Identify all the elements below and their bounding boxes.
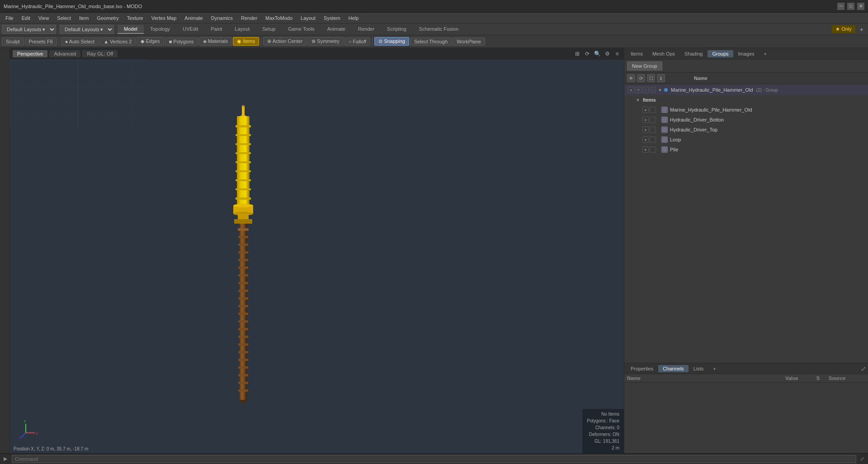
polygons-button[interactable]: ■ Polygons — [165, 37, 198, 46]
rpanel-tab-groups[interactable]: Groups — [708, 50, 733, 57]
viewport-tab-perspective[interactable]: Perspective — [13, 50, 47, 57]
menu-item-file[interactable]: File — [2, 14, 17, 22]
command-input[interactable] — [12, 455, 856, 463]
layout-tab-model[interactable]: Model — [118, 25, 144, 34]
layout-tab-paint[interactable]: Paint — [204, 25, 228, 34]
link-icon[interactable] — [650, 127, 656, 133]
rpanel-tab-images[interactable]: Images — [734, 50, 759, 57]
menu-item-vertex map[interactable]: Vertex Map — [148, 14, 180, 22]
rpanel-tab-shading[interactable]: Shading — [680, 50, 707, 57]
menu-item-system[interactable]: System — [320, 14, 344, 22]
link-icon[interactable] — [650, 136, 656, 143]
eye-vis-icon[interactable]: ● — [642, 117, 649, 123]
layout-tab-animate[interactable]: Animate — [321, 25, 352, 34]
menu-item-geometry[interactable]: Geometry — [93, 14, 122, 22]
render-icon[interactable]: □ — [650, 87, 656, 93]
scene-square-icon[interactable]: ☐ — [647, 74, 655, 82]
geo-icon[interactable]: □ — [642, 87, 649, 93]
link-icon[interactable]: ⟳ — [635, 87, 642, 93]
viewport-3d[interactable]: Perspective Advanced Ray GL: Off ⊞ ⟳ 🔍 ⚙… — [10, 48, 624, 453]
menu-item-texture[interactable]: Texture — [123, 14, 147, 22]
bottom-tab-+[interactable]: + — [708, 365, 720, 372]
layout-tab-topology[interactable]: Topology — [144, 25, 176, 34]
scene-eye-icon[interactable]: 👁 — [627, 74, 635, 82]
expand-scene-button[interactable]: ⤢ — [861, 365, 866, 372]
viewport-tab-raygl[interactable]: Ray GL: Off — [82, 50, 118, 57]
eye-vis-icon[interactable]: ● — [642, 136, 649, 143]
snapping-button[interactable]: ⊙ Snapping — [374, 37, 409, 46]
tree-item-mesh-loop[interactable]: ● ⬡ Loop — [624, 135, 868, 145]
close-button[interactable]: ✕ — [857, 3, 864, 10]
viewport-icon-grid[interactable]: ⊞ — [573, 50, 581, 58]
tree-expand[interactable] — [657, 147, 660, 152]
bottom-tab-channels[interactable]: Channels — [658, 365, 688, 372]
eye-vis-icon[interactable]: ● — [642, 107, 649, 113]
menu-item-view[interactable]: View — [35, 14, 53, 22]
link-icon[interactable] — [650, 146, 656, 153]
layout-select[interactable]: Default Layouts ▾ — [60, 25, 114, 34]
viewport-tab-advanced[interactable]: Advanced — [49, 50, 80, 57]
add-layout-button[interactable]: + — [857, 25, 866, 34]
tree-expand[interactable] — [657, 127, 660, 132]
scene-info-icon[interactable]: ℹ — [657, 74, 665, 82]
action-center-button[interactable]: ⊕ Action Center — [263, 37, 307, 46]
star-only-label[interactable]: ★ Only — [832, 25, 855, 33]
viewport-icon-search[interactable]: 🔍 — [593, 50, 601, 58]
viewport-icon-refresh[interactable]: ⟳ — [583, 50, 591, 58]
menu-item-render[interactable]: Render — [237, 14, 261, 22]
layout-tab-uvedit[interactable]: UVEdit — [176, 25, 204, 34]
tree-expand[interactable] — [657, 107, 660, 112]
eye-vis-icon[interactable]: ● — [628, 87, 634, 93]
minimize-button[interactable]: ─ — [837, 3, 844, 10]
viewport-icon-menu[interactable]: ≡ — [613, 50, 621, 58]
bottom-tab-lists[interactable]: Lists — [689, 365, 708, 372]
layout-tab-game-tools[interactable]: Game Tools — [282, 25, 321, 34]
link-icon[interactable] — [650, 107, 656, 113]
tree-item-group-root[interactable]: ● ⟳ □ □ ▼ Marine_Hydraulic_Pile_Hammer_O… — [624, 85, 868, 95]
expand-icon[interactable]: ⤢ — [860, 456, 864, 462]
tree-item-mesh-main[interactable]: ● ⬡ Marine_Hydraulic_Pile_Hammer_Old — [624, 105, 868, 115]
layout-tab-schematic-fusion[interactable]: Schematic Fusion — [413, 25, 465, 34]
menu-item-select[interactable]: Select — [53, 14, 75, 22]
layout-tab-setup[interactable]: Setup — [256, 25, 282, 34]
tree-expand[interactable] — [657, 117, 660, 122]
presets-button[interactable]: Presets F6 — [25, 37, 57, 46]
tree-item-mesh-driver-bottom[interactable]: ● ⬡ Hydraulic_Driver_Botton — [624, 115, 868, 125]
rpanel-tab-mesh-ops[interactable]: Mesh Ops — [648, 50, 679, 57]
menu-item-dynamics[interactable]: Dynamics — [208, 14, 236, 22]
tree-expand[interactable] — [657, 137, 660, 142]
eye-vis-icon[interactable]: ● — [642, 127, 649, 133]
falloff-button[interactable]: ○ Falloff — [344, 37, 370, 46]
new-group-button[interactable]: New Group — [627, 61, 662, 70]
layout-tab-scripting[interactable]: Scripting — [381, 25, 413, 34]
bottom-tab-properties[interactable]: Properties — [626, 365, 658, 372]
layout-tab-layout[interactable]: Layout — [228, 25, 256, 34]
viewport-icon-settings[interactable]: ⚙ — [603, 50, 611, 58]
menu-item-edit[interactable]: Edit — [18, 14, 34, 22]
tree-item-mesh-driver-top[interactable]: ● ⬡ Hydraulic_Driver_Top — [624, 125, 868, 135]
menu-item-animate[interactable]: Animate — [181, 14, 206, 22]
symmetry-button[interactable]: ⊗ Symmetry — [307, 37, 344, 46]
eye-vis-icon[interactable]: ● — [642, 146, 649, 153]
items-button[interactable]: ◉ Items — [233, 37, 259, 46]
tree-expand[interactable]: ▼ — [635, 97, 641, 103]
link-icon[interactable] — [650, 117, 656, 123]
edges-button[interactable]: ◆ Edges — [137, 37, 164, 46]
maximize-button[interactable]: □ — [847, 3, 854, 10]
menu-item-maxtomodo[interactable]: MaxToModo — [262, 14, 296, 22]
menu-item-layout[interactable]: Layout — [297, 14, 319, 22]
tree-expand[interactable]: ▼ — [657, 87, 663, 93]
select-through-button[interactable]: Select Through — [410, 37, 452, 46]
tree-item-mesh-pile[interactable]: ● ⬡ Pile — [624, 145, 868, 155]
auto-select-button[interactable]: ● Auto Select — [61, 37, 99, 46]
workplane-button[interactable]: WorkPlane — [453, 37, 485, 46]
layout-select[interactable]: Default Layouts ▾ — [2, 25, 56, 34]
rpanel-tab-items[interactable]: Items — [626, 50, 647, 57]
vertices-button[interactable]: ▲ Vertices 2 — [99, 37, 136, 46]
layout-tab-render[interactable]: Render — [352, 25, 381, 34]
scene-refresh-icon[interactable]: ⟳ — [637, 74, 645, 82]
materials-button[interactable]: ◈ Materials — [199, 37, 232, 46]
menu-item-item[interactable]: Item — [75, 14, 92, 22]
tree-item-items-folder[interactable]: ▼ Items — [624, 95, 868, 105]
rpanel-tab-+[interactable]: + — [760, 50, 771, 57]
